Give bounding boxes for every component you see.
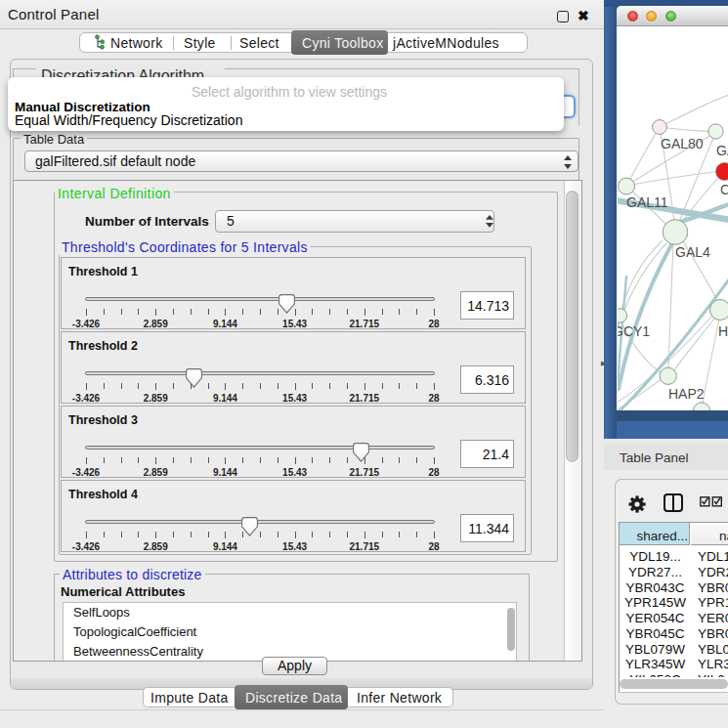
- svg-text:GCY1: GCY1: [618, 323, 650, 339]
- svg-text:H: H: [718, 323, 728, 339]
- svg-text:C: C: [720, 182, 728, 197]
- svg-text:GAL4: GAL4: [675, 244, 710, 260]
- svg-text:GAL11: GAL11: [626, 194, 668, 210]
- svg-text:HAP2: HAP2: [668, 386, 705, 402]
- svg-text:GA: GA: [716, 143, 728, 158]
- svg-text:GAL80: GAL80: [661, 136, 704, 151]
